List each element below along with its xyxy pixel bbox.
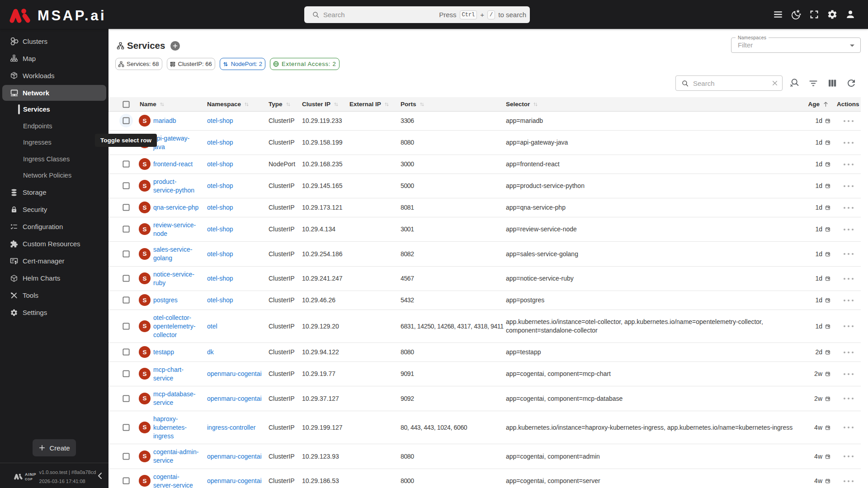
row-checkbox[interactable] (119, 157, 133, 171)
namespace-link[interactable]: otel (207, 323, 217, 330)
service-name-link[interactable]: postgres (153, 296, 178, 304)
clear-search-icon[interactable] (771, 80, 778, 87)
refresh-icon[interactable] (846, 78, 857, 89)
row-actions-icon[interactable] (843, 163, 854, 166)
namespace-link[interactable]: ingress-controller (207, 424, 255, 431)
namespace-link[interactable]: openmaru-cogentai (207, 395, 262, 402)
row-actions-icon[interactable] (843, 119, 854, 123)
namespace-link[interactable]: openmaru-cogentai (207, 370, 262, 377)
namespace-link[interactable]: otel-shop (207, 160, 233, 168)
row-checkbox[interactable] (119, 345, 133, 359)
chip-external-access[interactable]: External Access: 2 (270, 58, 339, 70)
row-checkbox[interactable] (119, 367, 133, 380)
namespace-link[interactable]: otel-shop (207, 275, 233, 282)
service-name-link[interactable]: qna-service-php (153, 204, 198, 211)
row-actions-icon[interactable] (843, 228, 854, 231)
sidebar-item-tools[interactable]: Tools (0, 287, 108, 304)
row-actions-icon[interactable] (843, 426, 854, 429)
column-header-age[interactable]: Age (807, 101, 834, 108)
column-header-name[interactable]: Name (137, 101, 207, 108)
sidebar-item-map[interactable]: Map (0, 50, 108, 67)
service-name-link[interactable]: sales-service-golang (153, 246, 192, 262)
row-actions-icon[interactable] (843, 455, 854, 458)
table-search[interactable]: Search (675, 75, 783, 91)
column-header-selector[interactable]: Selector (506, 101, 807, 108)
service-name-link[interactable]: cogentai-server-service (153, 473, 193, 488)
row-actions-icon[interactable] (843, 252, 854, 256)
fullscreen-icon[interactable] (809, 9, 820, 20)
service-name-link[interactable]: mcp-chart-service (153, 366, 184, 382)
column-header-namespace[interactable]: Namespace (207, 101, 269, 108)
namespace-link[interactable]: otel-shop (207, 139, 233, 146)
service-name-link[interactable]: frontend-react (153, 160, 193, 168)
filter-icon[interactable] (808, 78, 819, 89)
sidebar-item-settings[interactable]: Settings (0, 304, 108, 321)
service-name-link[interactable]: cogentai-admin-service (153, 448, 198, 464)
row-checkbox[interactable] (119, 114, 133, 127)
row-checkbox[interactable] (119, 201, 133, 214)
chip-services[interactable]: Services: 68 (115, 58, 162, 70)
select-all-checkbox[interactable] (108, 101, 137, 108)
columns-icon[interactable] (827, 78, 838, 89)
sidebar-item-ingress-classes[interactable]: Ingress Classes (0, 151, 108, 168)
namespace-link[interactable]: dk (207, 348, 214, 356)
namespace-link[interactable]: openmaru-cogentai (207, 477, 262, 484)
row-checkbox[interactable] (119, 247, 133, 261)
settings-icon[interactable] (827, 9, 838, 20)
row-actions-icon[interactable] (843, 206, 854, 210)
service-name-link[interactable]: review-service-node (153, 221, 196, 237)
sidebar-item-security[interactable]: Security (0, 201, 108, 218)
row-checkbox[interactable] (119, 293, 133, 307)
row-checkbox[interactable] (119, 272, 133, 285)
row-actions-icon[interactable] (843, 299, 854, 302)
sidebar-item-cert-manager[interactable]: Cert-manager (0, 253, 108, 270)
row-actions-icon[interactable] (843, 351, 854, 354)
row-checkbox[interactable] (119, 474, 133, 488)
row-actions-icon[interactable] (843, 372, 854, 376)
create-button[interactable]: Create (33, 439, 76, 456)
brand[interactable]: MSAP.ai (9, 7, 106, 24)
global-search[interactable]: Search Press Ctrl + / to search (304, 6, 530, 23)
namespace-link[interactable]: otel-shop (207, 250, 233, 258)
row-actions-icon[interactable] (843, 324, 854, 328)
sidebar-item-storage[interactable]: Storage (0, 184, 108, 201)
service-name-link[interactable]: mariadb (153, 117, 176, 124)
namespace-link[interactable]: openmaru-cogentai (207, 453, 262, 460)
service-name-link[interactable]: product-service-python (153, 178, 194, 194)
service-name-link[interactable]: notice-service-ruby (153, 271, 194, 286)
sidebar-item-custom-resources[interactable]: Custom Resources (0, 235, 108, 253)
sidebar-item-endpoints[interactable]: Endpoints (0, 118, 108, 135)
namespace-link[interactable]: otel-shop (207, 204, 233, 211)
column-header-external_ip[interactable]: External IP (349, 101, 401, 108)
service-name-link[interactable]: api-gateway-java (153, 135, 189, 150)
row-actions-icon[interactable] (843, 141, 854, 145)
collapse-sidebar-icon[interactable] (97, 472, 103, 479)
row-checkbox[interactable] (119, 319, 133, 333)
menu-icon[interactable] (773, 9, 783, 20)
row-actions-icon[interactable] (843, 479, 854, 483)
column-header-ports[interactable]: Ports (401, 101, 506, 108)
sidebar-item-clusters[interactable]: Clusters (0, 33, 108, 50)
row-checkbox[interactable] (119, 450, 133, 463)
service-name-link[interactable]: haproxy-kubernetes-ingress (153, 415, 187, 440)
account-icon[interactable] (845, 9, 856, 20)
row-actions-icon[interactable] (843, 397, 854, 400)
row-actions-icon[interactable] (843, 184, 854, 188)
chip-clusterip[interactable]: ClusterIP: 66 (167, 58, 215, 70)
namespace-link[interactable]: otel-shop (207, 117, 233, 124)
sidebar-item-network-policies[interactable]: Network Policies (0, 167, 108, 184)
service-name-link[interactable]: otel-collector-opentelemetry-collector (153, 314, 195, 338)
sidebar-item-configuration[interactable]: Configuration (0, 218, 108, 235)
fuzzy-search-icon[interactable] (789, 78, 800, 89)
namespace-link[interactable]: otel-shop (207, 225, 233, 233)
sidebar-item-ingresses[interactable]: Ingresses (0, 134, 108, 151)
service-name-link[interactable]: testapp (153, 348, 174, 356)
sidebar-item-helm-charts[interactable]: Helm Charts (0, 270, 108, 287)
column-header-type[interactable]: Type (269, 101, 302, 108)
row-checkbox[interactable] (119, 222, 133, 236)
add-service-button[interactable] (170, 41, 180, 51)
namespaces-filter[interactable]: Namespaces Filter (731, 38, 861, 53)
service-name-link[interactable]: mcp-database-service (153, 390, 195, 406)
row-checkbox[interactable] (119, 421, 133, 434)
dark-mode-icon[interactable] (791, 9, 802, 20)
